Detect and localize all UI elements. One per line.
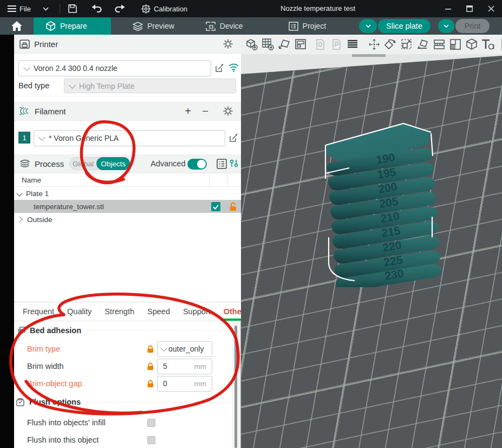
layers-icon[interactable] <box>345 37 360 52</box>
close-icon <box>488 5 494 12</box>
home-button[interactable] <box>0 21 34 31</box>
settings-tab-bar: Frequent Quality Strength Speed Support … <box>14 302 241 321</box>
split-to-objects-icon[interactable] <box>432 37 446 52</box>
left-edge-rail <box>0 35 14 448</box>
tab-preview[interactable]: Preview <box>121 17 186 35</box>
object-row-selected[interactable]: temperature_tower.stl <box>14 200 241 213</box>
filament-slot-badge[interactable]: 1 <box>18 132 30 144</box>
add-object-icon[interactable] <box>245 37 259 52</box>
bed-type-select[interactable]: High Temp Plate <box>64 79 236 93</box>
minimize-button[interactable] <box>437 0 459 17</box>
slice-options-dropdown[interactable] <box>359 19 377 33</box>
auto-orient-icon[interactable] <box>277 37 291 52</box>
tab-project[interactable]: Project <box>277 17 338 35</box>
outside-tree-row[interactable]: Outside <box>14 213 241 226</box>
chevron-down-icon <box>43 7 49 11</box>
restore-button[interactable] <box>459 0 480 17</box>
printer-settings-gear-icon[interactable] <box>223 38 233 49</box>
scale-icon[interactable] <box>400 37 414 52</box>
unlock-icon[interactable] <box>229 202 237 211</box>
group-rule <box>86 402 233 402</box>
tab-quality[interactable]: Quality <box>61 302 98 321</box>
printer-preset-select[interactable]: Voron 2.4 300 0.4 nozzle <box>18 60 211 76</box>
scope-global-button[interactable]: Global <box>70 160 96 168</box>
paste-icon[interactable] <box>329 37 343 52</box>
brim-width-unit: mm <box>194 362 207 371</box>
tab-strength[interactable]: Strength <box>98 302 141 321</box>
save-icon <box>68 4 77 14</box>
text-shape-icon[interactable] <box>481 37 495 52</box>
home-icon <box>11 21 22 31</box>
filament-preset-select[interactable]: * Voron Generic PLA <box>34 130 225 146</box>
scope-objects-button[interactable]: Objects <box>96 157 130 170</box>
brim-type-select[interactable]: outer_only <box>157 341 212 357</box>
edit-filament-icon[interactable] <box>229 133 239 143</box>
process-section-header: Process Global Objects Advanced <box>14 154 241 173</box>
plate-tree-row[interactable]: Plate 1 <box>14 187 241 200</box>
chevron-down-icon <box>160 345 167 352</box>
chevron-collapsed-icon[interactable] <box>16 216 22 222</box>
window-title: Nozzle temperature test <box>281 4 355 12</box>
device-icon <box>206 22 216 31</box>
save-button[interactable] <box>63 0 82 17</box>
tab-prepare[interactable]: Prepare <box>34 17 111 35</box>
wifi-icon[interactable] <box>228 63 239 72</box>
rotate-icon[interactable] <box>383 37 397 52</box>
undo-button[interactable] <box>87 0 107 17</box>
flush-options-title: Flush options <box>29 398 81 406</box>
plate-label: Plate 1 <box>26 190 49 198</box>
column-divider <box>227 174 227 185</box>
mesh-boolean-icon[interactable] <box>465 37 479 52</box>
remove-filament-button[interactable]: − <box>202 105 208 118</box>
flush-infill-checkbox[interactable] <box>147 419 155 427</box>
add-filament-button[interactable]: + <box>185 105 191 118</box>
lock-icon[interactable] <box>147 379 154 388</box>
settings-scrollbar-thumb[interactable] <box>234 326 237 448</box>
slice-plate-label: Slice plate <box>386 22 422 30</box>
toggle-knob <box>197 160 206 168</box>
tab-frequent[interactable]: Frequent <box>16 302 61 321</box>
lock-icon[interactable] <box>147 345 154 353</box>
chevron-expanded-icon[interactable] <box>16 190 22 196</box>
redo-button[interactable] <box>110 0 129 17</box>
tab-support[interactable]: Support <box>177 302 217 321</box>
chevron-down-icon <box>444 24 449 28</box>
tune-settings-icon[interactable] <box>229 159 239 168</box>
file-menu-label: File <box>19 5 31 13</box>
hamburger-icon <box>8 5 16 12</box>
plate-far-edge <box>352 54 386 57</box>
print-button[interactable]: Print <box>455 19 490 33</box>
bed-adhesion-title: Bed adhesion <box>30 326 81 335</box>
tab-speed[interactable]: Speed <box>141 302 177 321</box>
brim-object-gap-input[interactable] <box>163 379 192 388</box>
print-options-dropdown[interactable] <box>438 19 454 33</box>
arrange-icon[interactable] <box>294 37 308 52</box>
add-plate-icon[interactable] <box>261 37 275 52</box>
temperature-tower-model[interactable]: 190 195 200 205 210 215 220 225 <box>321 119 446 287</box>
viewport-3d[interactable]: 190 195 200 205 210 215 220 225 <box>241 54 502 448</box>
printer-section-header: Printer <box>14 35 241 54</box>
calibration-button[interactable]: Calibration <box>137 0 192 17</box>
parameter-list-icon[interactable] <box>217 159 227 169</box>
move-icon[interactable] <box>367 37 381 52</box>
object-visible-checkbox[interactable] <box>211 202 220 211</box>
brim-object-gap-label: Brim-object gap <box>27 379 82 388</box>
settings-scrollbar-track[interactable] <box>232 321 239 448</box>
tab-device[interactable]: Device <box>194 17 255 35</box>
filament-settings-gear-icon[interactable] <box>223 106 233 116</box>
file-menu[interactable]: File <box>3 0 35 17</box>
prepare-cube-icon <box>45 21 56 31</box>
brim-width-input[interactable] <box>163 362 192 371</box>
brim-type-label: Brim type <box>27 345 60 353</box>
edit-printer-icon[interactable] <box>214 63 225 73</box>
advanced-toggle[interactable] <box>187 159 207 170</box>
slice-plate-button[interactable]: Slice plate <box>378 19 431 33</box>
flush-object-checkbox[interactable] <box>147 436 155 444</box>
split-to-parts-icon[interactable] <box>448 37 462 52</box>
close-button[interactable] <box>480 0 502 17</box>
copy-icon[interactable] <box>313 37 327 52</box>
lay-on-face-icon[interactable] <box>416 37 430 52</box>
chevron-down-icon <box>366 24 371 28</box>
file-menu-expander[interactable] <box>35 0 56 17</box>
lock-icon[interactable] <box>147 362 154 371</box>
